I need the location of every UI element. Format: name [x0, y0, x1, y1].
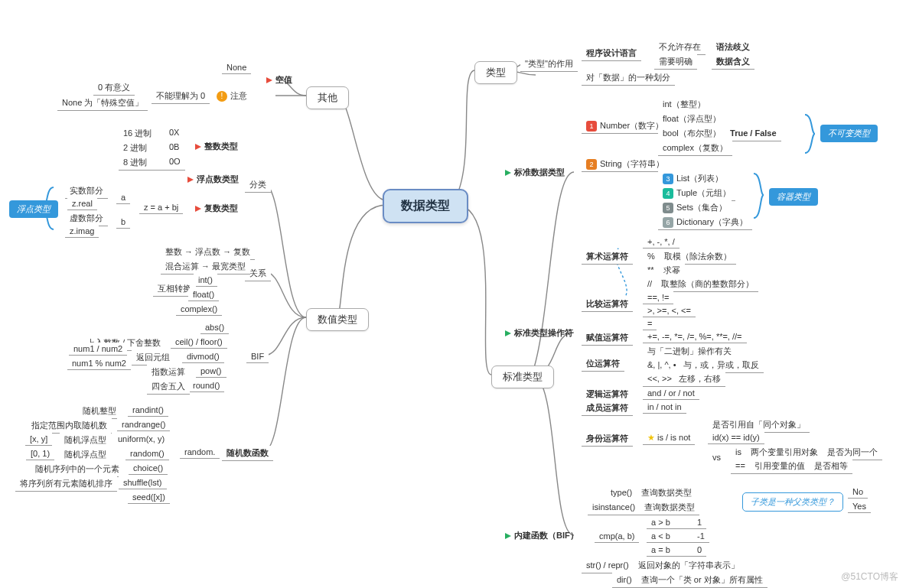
node-a1: +, -, *, /	[643, 236, 680, 249]
node-n2: 2String（字符串）	[582, 157, 669, 172]
node-vs-eq: == 引用变量的值 是否相等	[731, 459, 852, 474]
node-choice-l: 随机序列中的一个元素	[31, 462, 124, 477]
node-zero: 0 有意义	[93, 80, 135, 96]
node-int-type: 整数类型	[195, 141, 238, 152]
node-round: round()	[188, 379, 224, 392]
node-a3: ** 求幂	[643, 263, 685, 278]
node-zhuyi: !注意	[217, 90, 247, 102]
node-random-f: random()	[125, 447, 169, 460]
node-t-bool: bool（布尔型） True / False	[658, 126, 781, 141]
node-za: a	[116, 191, 130, 204]
node-random-prefix: random.	[180, 446, 220, 459]
node-bit2: &, |, ^, • 与，或，异或，取反	[643, 358, 764, 373]
node-n4: 4Tuple（元组）	[658, 186, 735, 201]
node-r3: 对「数据」的一种划分	[582, 70, 675, 86]
node-other[interactable]: 其他	[306, 86, 349, 109]
node-t-float: float（浮点型）	[658, 112, 725, 127]
node-random-l: 随机浮点型	[60, 447, 111, 463]
node-imag: 虚数部分	[65, 211, 108, 226]
node-member: 成员运算符	[582, 401, 633, 416]
node-cmp1: a > b1	[647, 516, 706, 529]
node-cmp: cmp(a, b)	[595, 530, 639, 543]
node-float-type: 浮点数类型	[187, 174, 239, 185]
node-div1: num1 / num2	[69, 343, 127, 356]
node-mem1: in / not in	[643, 401, 686, 414]
node-c3: =	[643, 317, 657, 330]
node-n5: 5Sets（集合）	[658, 200, 732, 216]
node-r1b: 不允许存在	[654, 40, 706, 55]
node-complex-type: 复数类型	[195, 203, 238, 214]
node-yes: Yes	[848, 500, 871, 513]
node-floatf: float()	[188, 288, 219, 301]
callout-container: 容器类型	[769, 188, 818, 206]
node-r1a: 程序设计语言	[582, 46, 641, 61]
node-t-complex: complex（复数）	[658, 141, 732, 156]
node-choice: choice()	[129, 462, 168, 475]
node-rel1: 整数 → 浮点数 → 复数	[161, 245, 255, 260]
node-randrange: randrange()	[117, 418, 170, 431]
node-type[interactable]: 类型	[474, 61, 517, 84]
node-bif: 内建函数（BIF）	[505, 530, 578, 541]
node-divmod: divmod()	[182, 350, 224, 363]
node-bif-l: BIF	[246, 350, 269, 363]
watermark: @51CTO博客	[841, 570, 898, 583]
node-bit3: <<, >> 左移，右移	[643, 372, 725, 387]
node-uniform-l: 随机浮点型	[60, 433, 111, 448]
node-stdtype[interactable]: 标准类型	[491, 365, 554, 388]
node-ops: 标准类型操作符	[505, 327, 573, 339]
node-ident: 身份运算符	[582, 431, 633, 447]
node-id2: id(x) == id(y)	[708, 431, 764, 444]
node-id1: 是否引用自「同个对象」	[708, 417, 810, 433]
node-logic1: and / or / not	[643, 387, 699, 400]
node-base16: 16 进制0X	[119, 126, 184, 141]
node-cmp3: a = b0	[647, 544, 706, 557]
node-shuffle-l: 将序列所有元素随机排序	[15, 476, 117, 492]
node-pow-l: 指数运算	[147, 365, 190, 380]
node-isnot: ★is / is not	[643, 431, 695, 445]
node-ceil: ceil() / floor()	[171, 336, 227, 349]
node-intf: int()	[194, 274, 217, 287]
node-a4: // 取整除（商的整数部分）	[643, 277, 758, 292]
node-cmp2: a < b-1	[647, 530, 709, 543]
node-arith: 算术运算符	[582, 249, 633, 265]
callout-immutable: 不可变类型	[820, 125, 878, 142]
node-dir: dir() 查询一个「类 or 对象」所有属性	[612, 573, 767, 588]
node-cmp: 比较运算符	[582, 297, 633, 312]
node-complexf: complex()	[176, 303, 222, 316]
node-r2b: 需要明确	[654, 54, 697, 70]
node-n3: 3List（列表）	[658, 171, 728, 187]
node-c1: ==, !=	[643, 291, 673, 304]
node-kongzhi: 空值	[266, 74, 292, 86]
node-vs: vs	[708, 451, 725, 463]
node-strrepr: str() / repr() 返回对象的「字符串表示」	[582, 558, 744, 573]
node-n1: 1Number（数字）	[582, 119, 668, 134]
node-bit1: 与「二进制」操作有关	[643, 344, 736, 359]
node-n6: 6Dictionary（字典）	[658, 215, 752, 230]
node-seed: seed([x])	[128, 491, 170, 504]
node-c2: >, >=, <, <=	[643, 304, 696, 317]
node-none-special: None 为「特殊空值」	[57, 96, 148, 111]
node-type-role: "类型"的作用	[520, 57, 578, 72]
node-numeric[interactable]: 数值类型	[306, 308, 369, 331]
node-base8: 8 进制0O	[119, 155, 185, 171]
node-pow: pow()	[196, 365, 226, 378]
node-zeq: z = a + bj	[139, 201, 183, 214]
node-r2c: 数据含义	[712, 54, 754, 70]
node-no: No	[848, 486, 868, 499]
node-div2: num1 % num2	[67, 357, 131, 370]
node-rand: 随机数函数	[222, 446, 273, 461]
question-subclass: 子类是一种父类类型？	[742, 492, 843, 512]
node-abs: abs()	[200, 321, 229, 334]
node-rel2: 混合运算 → 最宽类型	[161, 259, 250, 275]
node-vs-is: is 两个变量引用对象 是否为同一个	[731, 445, 882, 460]
node-bit: 位运算符	[582, 356, 624, 372]
node-random-r: [0, 1)	[26, 447, 54, 460]
node-randint: randint()	[128, 404, 168, 417]
node-std-data: 标准数据类型	[505, 167, 565, 178]
node-a2: % 取模（除法余数）	[643, 249, 736, 265]
node-as1: +=, -=, *=, /=, %=, **=, //=	[643, 330, 747, 343]
node-isinst: isinstance() 查询数据类型	[588, 500, 699, 515]
node-shuffle: shuffle(lst)	[119, 476, 167, 489]
node-typef: type() 查询数据类型	[606, 486, 696, 501]
root-node[interactable]: 数据类型	[383, 189, 468, 223]
